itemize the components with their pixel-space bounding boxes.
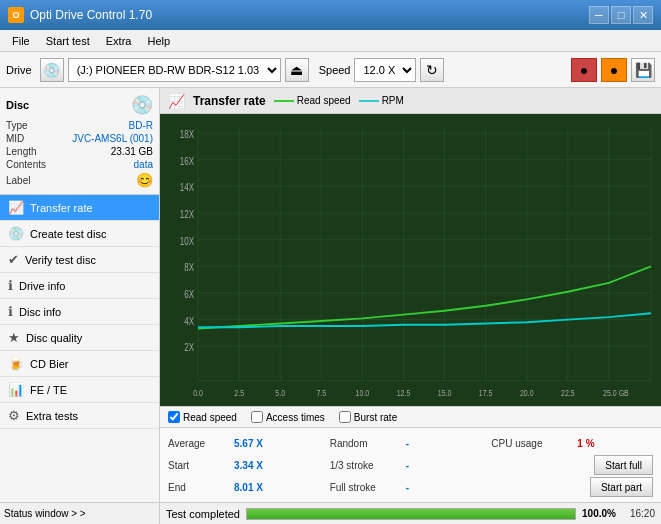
stroke13-value: - <box>406 460 436 471</box>
type-label: Type <box>6 120 28 131</box>
drive-icon: 💿 <box>40 58 64 82</box>
nav-extra-tests[interactable]: ⚙ Extra tests <box>0 403 159 429</box>
legend-read-label: Read speed <box>297 95 351 106</box>
chart-header: 📈 Transfer rate Read speed RPM <box>160 88 661 114</box>
red-button[interactable]: ● <box>571 58 597 82</box>
svg-text:20.0: 20.0 <box>520 388 534 398</box>
minimize-button[interactable]: ─ <box>589 6 609 24</box>
maximize-button[interactable]: □ <box>611 6 631 24</box>
title-bar: O Opti Drive Control 1.70 ─ □ ✕ <box>0 0 661 30</box>
stats-row-3: End 8.01 X Full stroke - Start part <box>168 476 653 498</box>
cb-read-speed[interactable]: Read speed <box>168 411 237 423</box>
nav-menu: 📈 Transfer rate 💿 Create test disc ✔ Ver… <box>0 195 159 429</box>
start-label: Start <box>168 460 228 471</box>
status-bar: Status window > > Test completed 100.0% … <box>0 502 661 524</box>
drive-info-icon: ℹ <box>8 278 13 293</box>
average-label: Average <box>168 438 228 449</box>
nav-transfer-rate[interactable]: 📈 Transfer rate <box>0 195 159 221</box>
legend-read-color <box>274 100 294 102</box>
nav-disc-info-label: Disc info <box>19 306 61 318</box>
length-label: Length <box>6 146 37 157</box>
cb-burst-rate[interactable]: Burst rate <box>339 411 397 423</box>
average-value: 5.67 X <box>234 438 274 449</box>
mid-label: MID <box>6 133 24 144</box>
nav-disc-info[interactable]: ℹ Disc info <box>0 299 159 325</box>
time-display: 16:20 <box>630 508 655 519</box>
save-button[interactable]: 💾 <box>631 58 655 82</box>
stats-row-1: Average 5.67 X Random - CPU usage 1 % <box>168 432 653 454</box>
svg-text:10.0: 10.0 <box>356 388 370 398</box>
main-area: Disc 💿 Type BD-R MID JVC-AMS6L (001) Len… <box>0 88 661 502</box>
legend-rpm-label: RPM <box>382 95 404 106</box>
progress-area: Test completed 100.0% 16:20 <box>160 508 661 520</box>
svg-text:22.5: 22.5 <box>561 388 575 398</box>
nav-create-test-disc[interactable]: 💿 Create test disc <box>0 221 159 247</box>
orange-button[interactable]: ● <box>601 58 627 82</box>
close-button[interactable]: ✕ <box>633 6 653 24</box>
chart-area: 18X 16X 14X 12X 10X 8X 6X 4X 2X 0.0 2.5 … <box>160 114 661 406</box>
nav-drive-info-label: Drive info <box>19 280 65 292</box>
svg-text:18X: 18X <box>180 129 194 140</box>
random-label: Random <box>330 438 400 449</box>
nav-disc-quality[interactable]: ★ Disc quality <box>0 325 159 351</box>
nav-cd-bier-label: CD Bier <box>30 358 69 370</box>
refresh-button[interactable]: ↻ <box>420 58 444 82</box>
nav-verify-test-disc[interactable]: ✔ Verify test disc <box>0 247 159 273</box>
svg-text:16X: 16X <box>180 156 194 167</box>
svg-text:2X: 2X <box>184 343 194 354</box>
cpu-label: CPU usage <box>491 438 571 449</box>
nav-verify-test-disc-label: Verify test disc <box>25 254 96 266</box>
status-window-label: Status window > > <box>4 508 86 519</box>
read-speed-checkbox[interactable] <box>168 411 180 423</box>
checkbox-row: Read speed Access times Burst rate <box>160 406 661 428</box>
start-value: 3.34 X <box>234 460 274 471</box>
end-label: End <box>168 482 228 493</box>
progress-bar-background <box>246 508 576 520</box>
stats-area: Average 5.67 X Random - CPU usage 1 % St… <box>160 428 661 502</box>
svg-text:14X: 14X <box>180 183 194 194</box>
nav-drive-info[interactable]: ℹ Drive info <box>0 273 159 299</box>
burst-rate-label: Burst rate <box>354 412 397 423</box>
menu-extra[interactable]: Extra <box>98 30 140 51</box>
svg-text:17.5: 17.5 <box>479 388 493 398</box>
extra-tests-icon: ⚙ <box>8 408 20 423</box>
speed-label: Speed <box>319 64 351 76</box>
label-label: Label <box>6 175 30 186</box>
drive-selector[interactable]: (J:) PIONEER BD-RW BDR-S12 1.03 <box>68 58 281 82</box>
burst-rate-checkbox[interactable] <box>339 411 351 423</box>
progress-percentage: 100.0% <box>582 508 616 519</box>
mid-value: JVC-AMS6L (001) <box>72 133 153 144</box>
svg-text:4X: 4X <box>184 316 194 327</box>
stroke13-label: 1/3 stroke <box>330 460 400 471</box>
svg-text:15.0: 15.0 <box>438 388 452 398</box>
disc-info-panel: Disc 💿 Type BD-R MID JVC-AMS6L (001) Len… <box>0 88 159 195</box>
nav-fe-te[interactable]: 📊 FE / TE <box>0 377 159 403</box>
start-full-button[interactable]: Start full <box>594 455 653 475</box>
stats-row-2: Start 3.34 X 1/3 stroke - Start full <box>168 454 653 476</box>
nav-disc-quality-label: Disc quality <box>26 332 82 344</box>
disc-section-title: Disc <box>6 99 29 111</box>
disc-quality-icon: ★ <box>8 330 20 345</box>
nav-transfer-rate-label: Transfer rate <box>30 202 93 214</box>
svg-text:12.5: 12.5 <box>397 388 411 398</box>
eject-button[interactable]: ⏏ <box>285 58 309 82</box>
legend-read-speed: Read speed <box>274 95 351 106</box>
stat-random: Random - <box>330 438 492 449</box>
menu-start-test[interactable]: Start test <box>38 30 98 51</box>
access-times-checkbox[interactable] <box>251 411 263 423</box>
disc-info-icon: ℹ <box>8 304 13 319</box>
menu-file[interactable]: File <box>4 30 38 51</box>
left-panel: Disc 💿 Type BD-R MID JVC-AMS6L (001) Len… <box>0 88 160 502</box>
menu-help[interactable]: Help <box>139 30 178 51</box>
create-test-disc-icon: 💿 <box>8 226 24 241</box>
cb-access-times[interactable]: Access times <box>251 411 325 423</box>
end-value: 8.01 X <box>234 482 274 493</box>
start-part-button[interactable]: Start part <box>590 477 653 497</box>
nav-extra-tests-label: Extra tests <box>26 410 78 422</box>
nav-cd-bier[interactable]: 🍺 CD Bier <box>0 351 159 377</box>
full-stroke-label: Full stroke <box>330 482 400 493</box>
status-window-button[interactable]: Status window > > <box>0 503 160 524</box>
menu-bar: File Start test Extra Help <box>0 30 661 52</box>
speed-selector[interactable]: 12.0 X <box>354 58 416 82</box>
svg-text:8X: 8X <box>184 263 194 274</box>
